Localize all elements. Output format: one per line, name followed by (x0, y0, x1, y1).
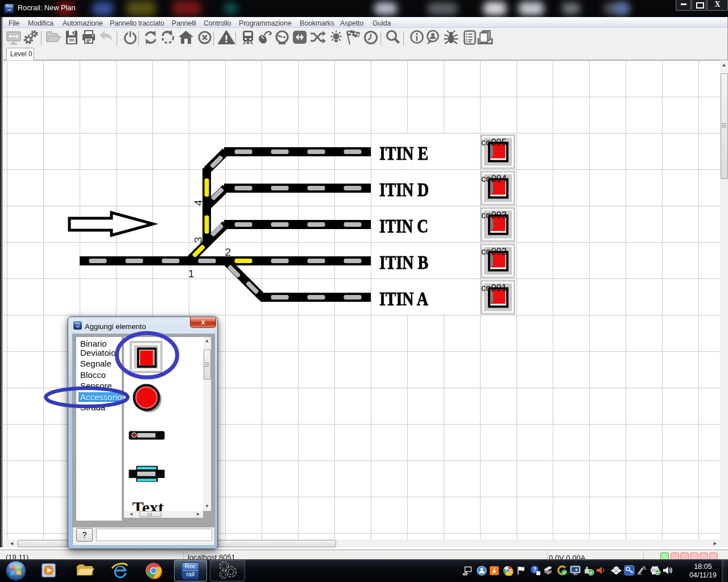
svg-text:4: 4 (192, 199, 204, 206)
svg-text:ITIN A: ITIN A (379, 288, 428, 309)
svg-text:ITIN D: ITIN D (379, 179, 429, 200)
svg-text:1: 1 (188, 268, 195, 280)
svg-text:co002: co002 (481, 246, 507, 256)
svg-text:?: ? (533, 567, 536, 573)
svg-text:co004: co004 (481, 173, 507, 184)
svg-text:co001: co001 (481, 282, 507, 293)
svg-text:Text: Text (132, 498, 164, 511)
svg-text:ITIN B: ITIN B (379, 252, 428, 273)
svg-text:ITIN C: ITIN C (379, 215, 428, 236)
svg-text:ITIN E: ITIN E (379, 143, 428, 164)
svg-text:co003: co003 (481, 210, 507, 220)
svg-text:co005: co005 (481, 137, 507, 147)
svg-text:2: 2 (225, 246, 231, 258)
svg-text:3: 3 (192, 237, 204, 243)
